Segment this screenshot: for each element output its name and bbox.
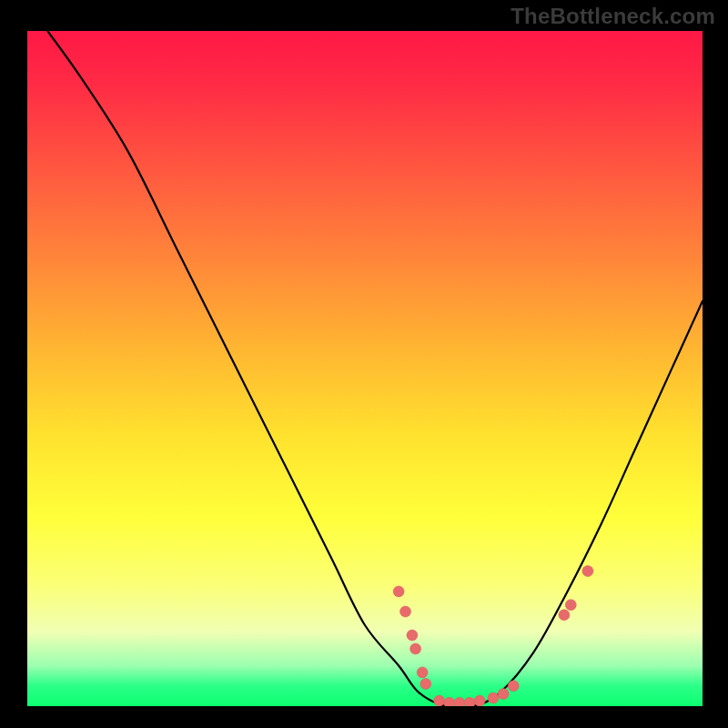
data-point	[559, 610, 570, 621]
data-point	[444, 697, 455, 706]
data-point	[410, 643, 421, 654]
data-point	[488, 693, 499, 703]
chart-frame: TheBottleneck.com	[0, 0, 728, 728]
data-point	[474, 695, 485, 706]
data-point	[464, 697, 475, 706]
bottleneck-curve	[47, 31, 703, 706]
plot-area	[27, 31, 703, 706]
data-point	[582, 566, 593, 577]
data-point	[407, 630, 418, 641]
data-point	[400, 606, 411, 617]
data-point	[565, 600, 576, 611]
data-point	[508, 681, 519, 692]
data-points-group	[393, 566, 593, 706]
watermark-text: TheBottleneck.com	[511, 4, 715, 29]
data-point	[420, 679, 431, 690]
data-point	[393, 586, 404, 597]
data-point	[434, 695, 445, 706]
data-point	[454, 697, 465, 706]
data-point	[498, 689, 509, 700]
data-point	[417, 667, 428, 678]
curve-svg	[27, 31, 703, 706]
